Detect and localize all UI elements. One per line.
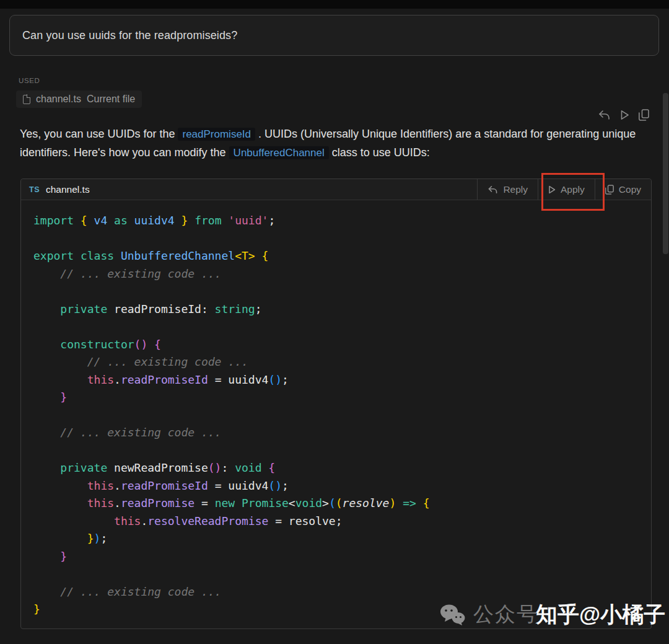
answer-text-segment: class to use UUIDs: [329, 146, 430, 159]
code-line: export class UnbufferedChannel<T> { [33, 247, 651, 265]
chat-panel: Can you use uuids for the readpromiseids… [0, 0, 669, 644]
code-line: private readPromiseId: string; [33, 301, 651, 319]
code-line: this.resolveReadPromise = resolve; [33, 513, 651, 531]
code-line: // ... existing code ... [33, 424, 651, 442]
message-actions [598, 109, 649, 121]
code-line: import { v4 as uuidv4 } from 'uuid'; [33, 212, 651, 230]
code-line [33, 442, 651, 460]
watermark-wechat-text: 公众号 [473, 601, 538, 629]
reply-icon[interactable] [598, 110, 611, 120]
run-icon[interactable] [620, 110, 629, 120]
code-line: }); [33, 530, 651, 548]
context-file-name: channel.ts [36, 94, 81, 105]
context-file-chip[interactable]: channel.ts Current file [16, 90, 142, 108]
code-line [33, 565, 651, 583]
wechat-icon [439, 603, 466, 627]
answer-text: Yes, you can use UUIDs for the readPromi… [20, 125, 649, 162]
apply-annotation-rectangle [541, 173, 605, 211]
copy-icon[interactable] [639, 109, 649, 121]
code-content: import { v4 as uuidv4 } from 'uuid'; exp… [21, 200, 651, 619]
code-line [33, 283, 651, 301]
code-line: constructor() { [33, 336, 651, 354]
header-spacer [90, 179, 478, 200]
code-line: private newReadPromise(): void { [33, 459, 651, 477]
code-line: this.readPromiseId = uuidv4(); [33, 477, 651, 495]
watermark-zhihu-text: 知乎@小橘子 [536, 600, 665, 629]
code-line: // ... existing code ... [33, 583, 651, 601]
user-prompt-text: Can you use uuids for the readpromiseids… [22, 29, 237, 42]
code-line: } [33, 389, 651, 407]
file-icon [23, 95, 30, 104]
watermark: 公众号 知乎@小橘子 [439, 600, 665, 629]
code-line [33, 407, 651, 425]
user-prompt[interactable]: Can you use uuids for the readpromiseids… [9, 15, 659, 56]
answer-text-segment: Yes, you can use UUIDs for the [20, 128, 178, 140]
inline-code-chip: UnbufferedChannel [229, 146, 329, 159]
reply-button[interactable]: Reply [477, 179, 538, 200]
window-top-edge [0, 0, 669, 9]
inline-code-chip: readPromiseId [178, 128, 255, 141]
reply-icon [488, 185, 498, 194]
code-line: // ... existing code ... [33, 265, 651, 283]
reply-button-label: Reply [503, 184, 528, 195]
code-block: TS channel.ts Reply Apply Copy [20, 179, 652, 629]
vertical-scrollbar-thumb[interactable] [663, 93, 668, 254]
used-label: USED [19, 77, 40, 84]
code-line: this.readPromise = new Promise<void>((re… [33, 495, 651, 513]
code-filename: channel.ts [46, 184, 90, 195]
code-line: this.readPromiseId = uuidv4(); [33, 371, 651, 389]
code-line [33, 230, 651, 248]
copy-icon [605, 185, 614, 195]
code-line [33, 318, 651, 336]
language-badge: TS [29, 185, 40, 194]
copy-button-label: Copy [619, 184, 641, 195]
code-line: } [33, 548, 651, 566]
context-file-state: Current file [87, 94, 135, 105]
code-line: // ... existing code ... [33, 353, 651, 371]
